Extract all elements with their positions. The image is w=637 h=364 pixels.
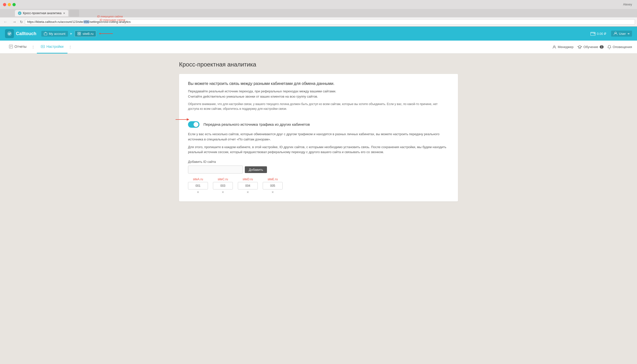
nav-reports-label: Отчеты xyxy=(14,44,26,48)
nav-education[interactable]: Обучение 1 xyxy=(578,45,604,49)
user-label: User xyxy=(619,32,626,36)
nav-settings-label: Настройки xyxy=(46,44,64,48)
site-item: siteE.ru 005 ✕ xyxy=(263,178,283,194)
site-remove-3[interactable]: ✕ xyxy=(272,190,274,194)
site-name-2[interactable]: siteD.ru xyxy=(242,178,253,181)
header-right: 0.00 ₽ User ➜ xyxy=(590,30,632,36)
svg-rect-8 xyxy=(594,33,595,34)
maximize-button[interactable] xyxy=(12,3,16,6)
svg-rect-1 xyxy=(78,32,79,33)
site-remove-0[interactable]: ✕ xyxy=(197,190,199,194)
url-id-annotation: ID текущего сайта xyxy=(100,18,125,22)
svg-rect-3 xyxy=(78,34,79,35)
svg-rect-4 xyxy=(80,34,81,35)
reports-menu-dots[interactable]: ⋮ xyxy=(30,45,36,49)
balance-amount: 0.00 ₽ xyxy=(597,32,606,36)
site-id-2: 004 xyxy=(238,182,258,190)
breadcrumb-site[interactable]: siteB.ru xyxy=(75,30,96,37)
nav-manager-label: Менеджер xyxy=(558,45,574,49)
education-badge: 1 xyxy=(600,45,604,48)
url-prefix: https://lkbeta.calltouch.ru/account/123/… xyxy=(27,20,84,24)
breadcrumb-site-label: siteB.ru xyxy=(82,32,94,36)
settings-icon xyxy=(41,44,45,48)
annotation-arrow xyxy=(99,31,114,36)
content-card: Вы можете настроить связь между разными … xyxy=(179,74,458,202)
add-id-label: Добавить ID сайта xyxy=(188,160,449,164)
nav-reports[interactable]: Отчеты xyxy=(5,40,30,54)
toggle-switch[interactable] xyxy=(188,121,200,128)
tab-title: Кросс-проектная аналитика xyxy=(23,12,62,15)
forward-button[interactable]: → xyxy=(11,19,18,25)
svg-rect-0 xyxy=(44,33,47,35)
site-id-0: 001 xyxy=(188,182,208,190)
nav-manager[interactable]: Менеджер xyxy=(552,45,574,49)
annotation-arrow-icon xyxy=(99,31,114,36)
breadcrumb-account[interactable]: My account xyxy=(41,31,68,36)
new-tab-button[interactable] xyxy=(69,10,79,17)
manager-icon xyxy=(552,45,556,49)
toggle-annotation-arrow xyxy=(176,116,189,123)
nav-education-label: Обучение xyxy=(584,45,598,49)
wallet-icon xyxy=(590,32,596,36)
grid-icon xyxy=(78,32,81,35)
browser-tab[interactable]: C Кросс-проектная аналитика ✕ xyxy=(15,10,68,16)
site-id-1: 003 xyxy=(213,182,233,190)
nav-notifications-label: Оповещения xyxy=(612,45,632,49)
site-name-0[interactable]: siteA.ru xyxy=(193,178,203,181)
user-arrow-icon: ➜ xyxy=(627,32,630,35)
logo-icon xyxy=(5,29,14,38)
section-para2: Для этого, пропишите в каждом кабинете, … xyxy=(188,145,449,155)
svg-rect-2 xyxy=(80,32,81,33)
site-remove-2[interactable]: ✕ xyxy=(246,190,249,194)
section-para1: Если у вас есть несколько сайтов, которы… xyxy=(188,132,449,142)
bell-icon xyxy=(608,45,611,49)
id-input[interactable] xyxy=(188,166,243,174)
site-item: siteD.ru 004 ✕ xyxy=(238,178,258,194)
tab-favicon: C xyxy=(18,12,22,15)
settings-menu-dots[interactable]: ⋮ xyxy=(68,45,73,49)
add-id-section: Добавить ID сайта Добавить siteA.ru 001 … xyxy=(188,160,449,194)
url-annotation: ID текущего сайта xyxy=(97,15,123,18)
site-name-3[interactable]: siteE.ru xyxy=(268,178,278,181)
svg-marker-24 xyxy=(187,118,189,121)
reports-icon xyxy=(9,44,13,48)
balance-area[interactable]: 0.00 ₽ xyxy=(590,32,606,36)
refresh-button[interactable]: ↻ xyxy=(20,20,23,24)
svg-marker-6 xyxy=(99,32,100,34)
card-intro: Вы можете настроить связь между разными … xyxy=(188,82,449,111)
user-icon xyxy=(614,32,618,36)
back-button[interactable]: ← xyxy=(2,19,9,25)
breadcrumb: My account ► siteB.ru xyxy=(41,30,114,37)
site-id-3: 005 xyxy=(263,182,283,190)
url-site-id: 456 xyxy=(84,20,89,24)
briefcase-icon xyxy=(44,32,47,35)
site-name-1[interactable]: siteC.ru xyxy=(218,178,228,181)
site-item: siteC.ru 003 ✕ xyxy=(213,178,233,194)
education-icon xyxy=(578,45,582,49)
site-remove-1[interactable]: ✕ xyxy=(222,190,224,194)
add-id-row: Добавить xyxy=(188,166,449,174)
tab-close-icon[interactable]: ✕ xyxy=(63,12,65,15)
intro-para1: Передавайте реальный источник перехода, … xyxy=(188,89,449,99)
add-button[interactable]: Добавить xyxy=(245,166,267,173)
toggle-arrow-icon xyxy=(176,116,189,123)
sites-grid: siteA.ru 001 ✕ siteC.ru 003 ✕ siteD.ru 0… xyxy=(188,178,449,194)
intro-heading: Вы можете настроить связь между разными … xyxy=(188,82,449,86)
nav-notifications[interactable]: Оповещения xyxy=(608,45,632,49)
logo-area[interactable]: Calltouch xyxy=(5,29,36,38)
site-item: siteA.ru 001 ✕ xyxy=(188,178,208,194)
user-name-display: Alexey xyxy=(623,3,634,6)
close-button[interactable] xyxy=(3,3,6,6)
toggle-section: Передача реального источника трафика из … xyxy=(188,121,310,128)
breadcrumb-chevron: ► xyxy=(70,32,73,35)
nav-settings[interactable]: Настройки xyxy=(37,40,68,54)
user-area[interactable]: User ➜ xyxy=(611,30,632,36)
breadcrumb-account-label: My account xyxy=(49,32,65,36)
logo-text: Calltouch xyxy=(16,31,36,36)
toggle-label: Передача реального источника трафика из … xyxy=(204,122,310,126)
minimize-button[interactable] xyxy=(8,3,11,6)
intro-para2: Обратите внимание, что для настройки свя… xyxy=(188,102,449,111)
page-title: Кросс-проектная аналитика xyxy=(179,61,458,68)
